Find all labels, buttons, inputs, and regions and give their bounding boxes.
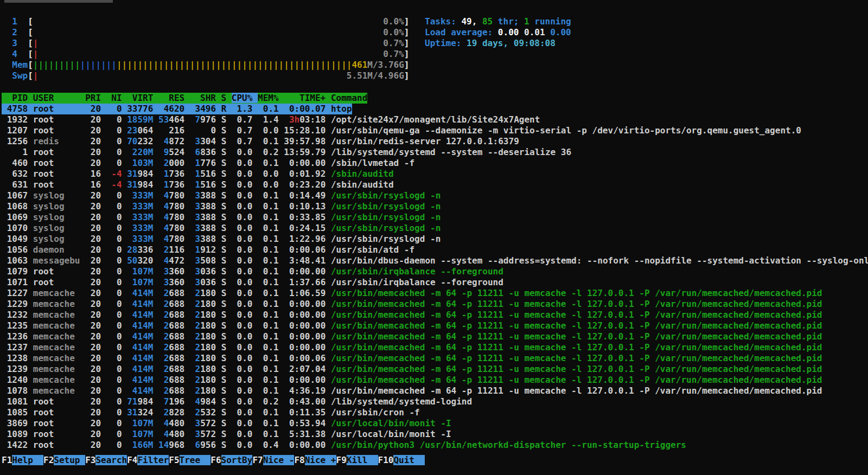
table-row[interactable]: 1 root 20 0 220M 9524 6836 S 0.0 0.2 13:… — [2, 147, 571, 158]
column-header-shr[interactable]: SHR — [190, 93, 221, 103]
column-header-ni[interactable]: NI — [106, 93, 127, 103]
column-header-mem[interactable]: MEM% — [258, 93, 284, 103]
column-header-command[interactable]: Command — [331, 93, 367, 103]
table-row[interactable]: 1079 root 20 0 107M 3360 3036 S 0.0 0.1 … — [2, 266, 503, 277]
column-header-res[interactable]: RES — [158, 93, 190, 103]
table-row[interactable]: 1238 memcache 20 0 414M 2688 2180 S 0.0 … — [2, 353, 822, 364]
fn-label-setup[interactable]: Setup — [54, 455, 85, 465]
table-row[interactable]: 1089 root 20 0 107M 4480 3572 S 0.0 0.1 … — [2, 429, 451, 440]
fn-key-f4[interactable]: F4 — [127, 455, 137, 465]
column-header-pri[interactable]: PRI — [85, 93, 106, 103]
table-row[interactable]: 1081 root 20 0 71984 7196 4984 S 0.0 0.2… — [2, 396, 472, 407]
table-row[interactable]: 631 root 16 -4 31984 1736 1516 S 0.0 0.0… — [2, 179, 394, 190]
table-row[interactable]: 1236 memcache 20 0 414M 2688 2180 S 0.0 … — [2, 331, 822, 342]
fn-label-nice-[interactable]: Nice - — [263, 455, 295, 465]
fn-key-f6[interactable]: F6 — [210, 455, 221, 465]
fn-key-f7[interactable]: F7 — [252, 455, 263, 465]
uptime-line: Uptime: 19 days, 09:08:08 — [425, 38, 556, 49]
table-row[interactable]: 1049 syslog 20 0 333M 4780 3388 S 0.0 0.… — [2, 234, 441, 245]
column-header-user[interactable]: USER — [33, 93, 85, 103]
column-header-virt[interactable]: VIRT — [127, 93, 158, 103]
table-row[interactable]: 1063 messagebu 20 0 50320 4472 3508 S 0.… — [2, 255, 868, 266]
tasks-line: Tasks: 49, 85 thr; 1 running — [425, 16, 571, 27]
fn-key-f5[interactable]: F5 — [169, 455, 179, 465]
table-row[interactable]: 1085 root 20 0 31324 2828 2532 S 0.0 0.1… — [2, 407, 420, 418]
fn-label-sortby[interactable]: SortBy — [221, 455, 253, 465]
fn-key-f8[interactable]: F8 — [294, 455, 304, 465]
fn-label-nice+[interactable]: Nice + — [305, 455, 336, 465]
fn-key-f1[interactable]: F1 — [2, 455, 12, 465]
table-row[interactable]: 1070 syslog 20 0 333M 4780 3388 S 0.0 0.… — [2, 223, 441, 234]
fn-label-quit[interactable]: Quit — [393, 455, 425, 465]
table-row[interactable]: 1235 memcache 20 0 414M 2688 2180 S 0.0 … — [2, 320, 822, 331]
fn-label-filter[interactable]: Filter — [137, 455, 169, 465]
cpu4-meter: 4 [| 0.7%] — [2, 49, 409, 60]
fn-label-search[interactable]: Search — [95, 455, 127, 465]
table-row[interactable]: 1071 root 20 0 107M 3360 3036 S 0.0 0.1 … — [2, 277, 503, 288]
column-header-time[interactable]: TIME+ — [284, 93, 331, 103]
table-row[interactable]: 1232 memcache 20 0 414M 2688 2180 S 0.0 … — [2, 310, 822, 320]
table-row[interactable]: 1078 memcache 20 0 414M 2688 2180 S 0.0 … — [2, 386, 822, 396]
table-row[interactable]: 1240 memcache 20 0 414M 2688 2180 S 0.0 … — [2, 375, 822, 386]
table-row[interactable]: 632 root 16 -4 31984 1736 1516 S 0.0 0.0… — [2, 169, 394, 179]
fn-label-tree[interactable]: Tree — [180, 455, 211, 465]
swp-meter: Swp[| 5.51M/4.96G] — [2, 70, 409, 81]
table-row[interactable]: 1932 root 20 0 1859M 53464 7976 S 0.7 1.… — [2, 114, 540, 125]
window-artifact-bar — [4, 0, 113, 3]
table-row[interactable]: 1256 redis 20 0 70232 4872 3304 S 0.7 0.… — [2, 136, 519, 147]
fn-key-f9[interactable]: F9 — [336, 455, 347, 465]
table-row[interactable]: 1237 memcache 20 0 414M 2688 2180 S 0.0 … — [2, 342, 822, 353]
table-row[interactable]: 1067 syslog 20 0 333M 4780 3388 S 0.0 0.… — [2, 190, 441, 201]
table-row[interactable]: 460 root 20 0 103M 2000 1776 S 0.0 0.1 0… — [2, 158, 414, 169]
fn-key-f10[interactable]: F10 — [378, 455, 394, 465]
table-row[interactable]: 4758 root 20 0 33776 4620 3496 R 1.3 0.1… — [2, 104, 352, 114]
cpu1-meter: 1 [ 0.0%] — [2, 16, 409, 27]
mem-meter: Mem[||||||||||||||||||||||||||||||||||||… — [2, 60, 409, 70]
column-header-pid[interactable]: PID — [2, 93, 33, 103]
table-row[interactable]: 3869 root 20 0 107M 4480 3572 S 0.0 0.1 … — [2, 418, 451, 429]
load-average-line: Load average: 0.00 0.01 0.00 — [425, 27, 571, 38]
table-row[interactable]: 1422 root 20 0 166M 14968 6956 S 0.0 0.4… — [2, 440, 686, 451]
table-row[interactable]: 1207 root 20 0 23064 216 0 S 0.7 0.0 15:… — [2, 125, 801, 136]
cpu2-meter: 2 [ 0.0%] — [2, 27, 409, 38]
cpu3-meter: 3 [| 0.7%] — [2, 38, 409, 49]
table-row[interactable]: 1056 daemon 20 0 28336 2116 1912 S 0.0 0… — [2, 245, 414, 255]
column-header-s[interactable]: S — [221, 93, 232, 103]
fn-key-f3[interactable]: F3 — [85, 455, 95, 465]
table-row[interactable]: 1068 syslog 20 0 333M 4780 3388 S 0.0 0.… — [2, 201, 441, 212]
table-row[interactable]: 1229 memcache 20 0 414M 2688 2180 S 0.0 … — [2, 299, 822, 310]
table-row[interactable]: 1227 memcache 20 0 414M 2688 2180 S 0.0 … — [2, 288, 822, 299]
table-row[interactable]: 1069 syslog 20 0 333M 4780 3388 S 0.0 0.… — [2, 212, 441, 223]
fn-label-help[interactable]: Help — [12, 455, 43, 465]
fn-key-f2[interactable]: F2 — [43, 455, 54, 465]
table-row[interactable]: 1239 memcache 20 0 414M 2688 2180 S 0.0 … — [2, 364, 822, 375]
fn-label-kill[interactable]: Kill — [347, 455, 378, 465]
